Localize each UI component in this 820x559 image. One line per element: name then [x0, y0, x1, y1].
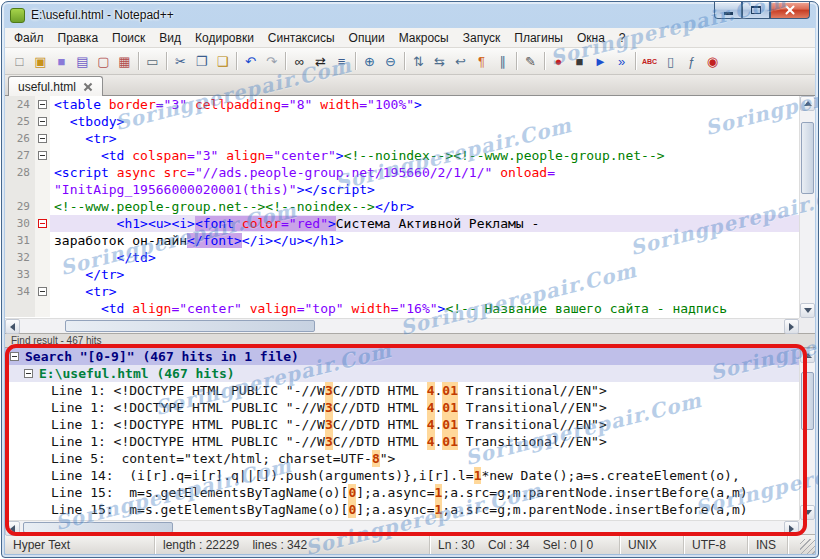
find-hscroll-thumb[interactable]	[23, 522, 173, 533]
toolbar-zoom-in-button[interactable]: ⊕	[359, 51, 380, 72]
toolbar-close-all-button[interactable]: ▦	[114, 51, 135, 72]
resize-grip-icon[interactable]	[800, 539, 815, 554]
find-result-line[interactable]: Line 1: <!DOCTYPE HTML PUBLIC "-//W3C//D…	[5, 416, 799, 433]
toolbar-replace-button[interactable]: ⇄	[310, 51, 331, 72]
editor-row[interactable]: 30 <h1><u><i><font color="red">Система А…	[5, 215, 799, 232]
toolbar-stop-macro-button[interactable]: ■	[569, 51, 590, 72]
find-result-line[interactable]: Line 1: <!DOCTYPE HTML PUBLIC "-//W3C//D…	[5, 382, 799, 399]
menu-item-11[interactable]: ?	[612, 29, 633, 47]
fold-marker-icon[interactable]	[38, 151, 47, 160]
toolbar-word-wrap-button[interactable]: ↩	[450, 51, 471, 72]
editor-row[interactable]: "InitAipg_19566000020001(this)"></script…	[5, 181, 799, 198]
editor[interactable]: 24<table border="3" cellpadding="8" widt…	[5, 96, 815, 334]
editor-row[interactable]: 26 <tr>	[5, 130, 799, 147]
toolbar-paste-button[interactable]: ❑	[212, 51, 233, 72]
toolbar-document-map-button[interactable]: ▯	[660, 51, 681, 72]
toolbar-redo-button[interactable]: ↷	[261, 51, 282, 72]
editor-row[interactable]: 24<table border="3" cellpadding="8" widt…	[5, 96, 799, 113]
editor-row[interactable]: 31заработок он-лайн</font></i></u></h1>	[5, 232, 799, 249]
find-result-line[interactable]: Line 14: (i[r].q=i[r].q||[]).push(argume…	[5, 467, 799, 484]
editor-row[interactable]: 29<!--www.people-group.net--><!--noindex…	[5, 198, 799, 215]
editor-row[interactable]: 33 </tr>	[5, 266, 799, 283]
menu-item-2[interactable]: Поиск	[105, 29, 152, 47]
menu-item-1[interactable]: Правка	[51, 29, 106, 47]
menu-item-7[interactable]: Макросы	[392, 29, 456, 47]
editor-row[interactable]: 27 <td colspan="3" align="center"><!--no…	[5, 147, 799, 164]
editor-row[interactable]: 32 </td>	[5, 249, 799, 266]
find-result-line[interactable]: Line 1: <!DOCTYPE HTML PUBLIC "-//W3C//D…	[5, 433, 799, 450]
editor-row[interactable]: 28<script async src="//ads.people-group.…	[5, 164, 799, 181]
editor-scroll-down-button[interactable]	[800, 303, 815, 318]
fold-marker-icon[interactable]	[38, 134, 47, 143]
toolbar-undo-button[interactable]: ↶	[240, 51, 261, 72]
find-file-header[interactable]: E:\useful.html (467 hits)	[5, 365, 799, 382]
toolbar-find-in-files-button[interactable]: ≡	[331, 51, 352, 72]
toolbar-save-file-button[interactable]: ■	[51, 51, 72, 72]
toolbar-run-macro-multiple-button[interactable]: »	[611, 51, 632, 72]
editor-scroll-left-button[interactable]	[5, 319, 20, 334]
editor-row[interactable]: 34 <tr>	[5, 283, 799, 300]
toolbar-open-file-button[interactable]: ▣	[30, 51, 51, 72]
editor-scroll-up-button[interactable]	[800, 96, 815, 111]
find-vscroll-thumb[interactable]	[801, 372, 814, 430]
fold-marker-icon[interactable]	[38, 219, 47, 228]
toolbar-play-macro-button[interactable]: ►	[590, 51, 611, 72]
find-search-header[interactable]: Search "[0-9]" (467 hits in 1 file)	[5, 348, 799, 365]
toolbar-indent-guide-button[interactable]: ∥	[492, 51, 513, 72]
editor-row[interactable]: 25 <tbody>	[5, 113, 799, 130]
find-result-line[interactable]: Line 5: content="text/html; charset=UTF-…	[5, 450, 799, 467]
find-scroll-down-button[interactable]	[800, 505, 815, 520]
menu-item-8[interactable]: Запуск	[456, 29, 508, 47]
toolbar-save-all-button[interactable]: ▤	[72, 51, 93, 72]
toolbar-spell-check-button[interactable]: ABC	[639, 51, 660, 72]
toolbar-record-macro-button[interactable]: ●	[548, 51, 569, 72]
menu-item-3[interactable]: Вид	[152, 29, 188, 47]
editor-scroll-right-button[interactable]	[784, 319, 799, 334]
minimize-button[interactable]	[714, 2, 742, 19]
toolbar-sync-horizontal-scrolling-button[interactable]: ⇆	[429, 51, 450, 72]
toolbar-new-file-button[interactable]: □	[9, 51, 30, 72]
code-segment: ="red"	[281, 216, 328, 231]
fold-marker-icon[interactable]	[38, 117, 47, 126]
editor-vscrollbar[interactable]	[799, 96, 815, 318]
toolbar-function-list-button[interactable]: ƒ	[681, 51, 702, 72]
find-result-line[interactable]: Line 15: m=s.getElementsByTagName(o)[0];…	[5, 501, 799, 518]
find-scroll-up-button[interactable]	[800, 348, 815, 363]
menu-item-9[interactable]: Плагины	[507, 29, 570, 47]
toolbar-user-defined-dialog-button[interactable]: ✎	[520, 51, 541, 72]
find-result-line[interactable]: Line 1: <!DOCTYPE HTML PUBLIC "-//W3C//D…	[5, 399, 799, 416]
editor-vscroll-thumb[interactable]	[801, 122, 814, 194]
toolbar-monitor-tail-button[interactable]: ◉	[702, 51, 723, 72]
find-vscrollbar[interactable]	[799, 348, 815, 520]
toolbar-sync-vertical-scrolling-button[interactable]: ⇅	[408, 51, 429, 72]
toolbar-print-button[interactable]: ▭	[142, 51, 163, 72]
collapse-icon[interactable]	[10, 352, 19, 361]
editor-row[interactable]: <td align="center" valign="top" width="1…	[5, 300, 799, 317]
toolbar-zoom-out-button[interactable]: ⊖	[380, 51, 401, 72]
close-button[interactable]	[770, 2, 810, 19]
editor-hscroll-thumb[interactable]	[65, 320, 315, 332]
title-bar[interactable]: E:\useful.html - Notepad++	[2, 2, 818, 28]
code-segment: align	[132, 301, 171, 316]
collapse-icon[interactable]	[24, 369, 33, 378]
toolbar-cut-button[interactable]: ✂	[170, 51, 191, 72]
menu-item-0[interactable]: Файл	[7, 29, 51, 47]
find-scroll-left-button[interactable]	[5, 521, 20, 536]
fold-marker-icon[interactable]	[38, 287, 47, 296]
menu-item-10[interactable]: Окна	[570, 29, 612, 47]
tab-close-icon[interactable]	[83, 82, 93, 92]
tab-useful-html[interactable]: useful.html	[8, 76, 103, 96]
menu-item-6[interactable]: Опции	[342, 29, 392, 47]
toolbar-close-file-button[interactable]: ▢	[93, 51, 114, 72]
find-scroll-right-button[interactable]	[784, 521, 799, 536]
editor-hscrollbar[interactable]	[5, 318, 799, 333]
find-hscrollbar[interactable]	[5, 520, 799, 534]
menu-item-4[interactable]: Кодировки	[188, 29, 261, 47]
fold-marker-icon[interactable]	[38, 100, 47, 109]
toolbar-find-button[interactable]: ∞	[289, 51, 310, 72]
menu-item-5[interactable]: Синтаксисы	[261, 29, 342, 47]
maximize-button[interactable]	[742, 2, 770, 19]
toolbar-show-all-characters-button[interactable]: ¶	[471, 51, 492, 72]
toolbar-copy-button[interactable]: ❐	[191, 51, 212, 72]
find-result-line[interactable]: Line 15: m=s.getElementsByTagName(o)[0];…	[5, 484, 799, 501]
